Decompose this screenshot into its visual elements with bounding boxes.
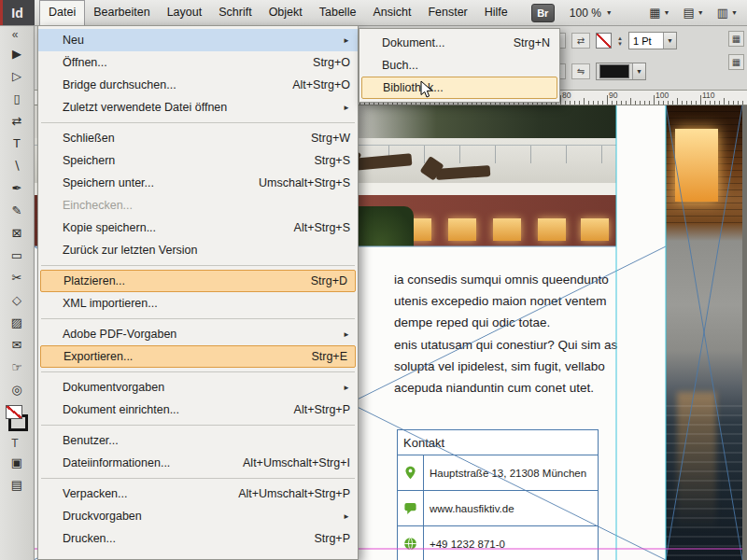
formatting-text-icon[interactable]: T — [3, 436, 27, 451]
selection-tool[interactable]: ▶ — [5, 42, 29, 64]
file-menu-item-zurück-zur-letzten-version[interactable]: Zurück zur letzten Version — [38, 239, 358, 261]
chevron-down-icon: ▼ — [731, 9, 738, 16]
chevron-down-icon: ▼ — [632, 63, 645, 79]
note-tool[interactable]: ✉ — [5, 333, 29, 356]
file-menu-item-schließen[interactable]: SchließenStrg+W — [38, 127, 358, 149]
fill-stroke-swatches[interactable] — [5, 404, 29, 432]
menu-item-shortcut: Strg+W — [287, 132, 350, 145]
mouse-cursor — [420, 80, 433, 103]
bridge-button[interactable]: Br — [531, 4, 555, 22]
menu-ansicht[interactable]: Ansicht — [364, 0, 419, 25]
formatting-container-icon[interactable]: ▣ — [5, 451, 29, 473]
file-menu-item-kopie-speichern[interactable]: Kopie speichern...Alt+Strg+S — [38, 217, 358, 239]
file-menu-item-exportieren[interactable]: Exportieren...Strg+E — [40, 345, 356, 368]
file-menu-item-dateiinformationen[interactable]: Dateiinformationen...Alt+Umschalt+Strg+I — [38, 452, 358, 474]
neu-submenu-item-dokument[interactable]: Dokument...Strg+N — [359, 32, 559, 54]
neu-submenu-item-buch[interactable]: Buch... — [359, 54, 559, 77]
collapse-panels-icon[interactable]: « — [3, 27, 27, 42]
menu-datei[interactable]: Datei — [39, 0, 85, 26]
ruler-number: 90 — [609, 91, 617, 100]
type-tool[interactable]: T — [5, 132, 29, 154]
pencil-tool[interactable]: ✎ — [5, 199, 29, 221]
view-mode-icon[interactable]: ▤ — [5, 473, 29, 496]
menu-item-shortcut: Strg+N — [514, 36, 550, 49]
view-options-button[interactable]: ▦▼ — [649, 6, 669, 20]
menu-separator — [41, 425, 355, 426]
menu-tabelle[interactable]: Tabelle — [311, 0, 365, 25]
menu-bearbeiten[interactable]: Bearbeiten — [85, 0, 158, 25]
rectangle-frame-tool[interactable]: ⊠ — [5, 221, 29, 244]
menu-item-label: Speichern — [63, 154, 115, 167]
gap-tool[interactable]: ⇄ — [5, 109, 29, 132]
rotate-icon[interactable]: ⇋ — [571, 63, 590, 79]
file-menu-item-dokumentvorgaben[interactable]: Dokumentvorgaben► — [38, 376, 358, 399]
file-menu-item-xml-importieren[interactable]: XML importieren... — [38, 292, 358, 315]
line-tool[interactable]: ∖ — [5, 154, 29, 176]
stroke-weight-dropdown[interactable]: 1 Pt ▼ — [628, 32, 677, 49]
menu-item-label: Exportieren... — [63, 350, 133, 363]
chevron-down-icon: ▼ — [606, 9, 613, 16]
text-line: utenis excepedio maion nonet ventem — [394, 290, 609, 312]
stroke-weight-stepper[interactable]: ▲▼ — [617, 35, 623, 47]
file-menu-item-benutzer[interactable]: Benutzer... — [38, 429, 358, 452]
stroke-weight-value: 1 Pt — [629, 35, 663, 47]
contact-table-cell: www.hausfiktiv.de — [424, 491, 598, 525]
zoom-tool[interactable]: ◎ — [5, 378, 29, 400]
menu-schrift[interactable]: Schrift — [210, 0, 260, 25]
file-menu-item-platzieren[interactable]: Platzieren...Strg+D — [40, 270, 356, 292]
photo-lit-window — [538, 218, 566, 241]
dock-panel-icon[interactable]: ▦ — [728, 31, 744, 47]
menu-hilfe[interactable]: Hilfe — [476, 0, 516, 25]
appbar-right-controls: ▦▼ ▤▼ ▥▼ — [649, 6, 747, 20]
menu-item-label: Platzieren... — [63, 274, 125, 287]
menu-fenster[interactable]: Fenster — [419, 0, 475, 25]
scissors-tool[interactable]: ✂ — [5, 266, 29, 288]
fill-swatch[interactable] — [6, 405, 22, 419]
text-line: solupta vel ipidelest, sim fugit, vellab… — [394, 356, 617, 377]
hand-tool[interactable]: ☞ — [5, 356, 29, 378]
menu-item-shortcut: Strg+E — [287, 350, 347, 363]
file-menu-item-adobe-pdf-vorgaben[interactable]: Adobe PDF-Vorgaben► — [38, 323, 358, 345]
menu-layout[interactable]: Layout — [159, 0, 211, 25]
arrange-documents-icon: ▥ — [717, 6, 728, 20]
dock-panel-icon[interactable]: ▦ — [728, 54, 744, 70]
page-tool[interactable]: ▯ — [5, 87, 29, 109]
indesign-logo: Id — [0, 0, 35, 25]
menu-item-label: Schließen — [63, 132, 115, 145]
file-menu-item-druckvorgaben[interactable]: Druckvorgaben► — [38, 505, 358, 527]
menu-objekt[interactable]: Objekt — [261, 0, 311, 25]
pen-tool[interactable]: ✒ — [5, 176, 29, 199]
menu-item-shortcut: Alt+Strg+P — [270, 403, 350, 416]
application-bar: Id DateiBearbeitenLayoutSchriftObjektTab… — [0, 0, 747, 26]
align-icon[interactable]: ⇄ — [571, 33, 590, 49]
file-menu-item-öffnen[interactable]: Öffnen...Strg+O — [38, 51, 358, 74]
arrange-documents-button[interactable]: ▥▼ — [717, 6, 738, 20]
none-color-swatch[interactable] — [596, 33, 612, 49]
free-transform-tool[interactable]: ◇ — [5, 288, 29, 311]
file-menu-item-verpacken[interactable]: Verpacken...Alt+Umschalt+Strg+P — [38, 483, 358, 505]
tools-panel: «▶▷▯⇄T∖✒✎⊠▭✂◇▨✉☞◎ T▣▤ — [0, 25, 35, 560]
stroke-type-dropdown[interactable]: ▼ — [596, 63, 646, 80]
globe-icon — [398, 526, 424, 560]
rectangle-tool[interactable]: ▭ — [5, 244, 29, 266]
contact-table-row: www.hausfiktiv.de — [398, 491, 598, 526]
file-menu-item-speichern[interactable]: SpeichernStrg+S — [38, 149, 358, 172]
menu-item-label: Dokument einrichten... — [63, 403, 179, 416]
file-menu-item-neu[interactable]: Neu► — [38, 29, 358, 51]
chevron-down-icon: ▼ — [664, 9, 670, 16]
file-menu-item-bridge-durchsuchen[interactable]: Bridge durchsuchen...Alt+Strg+O — [38, 74, 358, 96]
text-line: enis utatusam qui conestiur? Qui sim as — [394, 334, 617, 356]
menu-separator — [41, 318, 355, 319]
zoom-level-dropdown[interactable]: 100 % ▼ — [570, 7, 613, 20]
screen-mode-button[interactable]: ▤▼ — [684, 6, 704, 20]
file-menu-item-dokument-einrichten[interactable]: Dokument einrichten...Alt+Strg+P — [38, 399, 358, 421]
gradient-swatch-tool[interactable]: ▨ — [5, 311, 29, 333]
menu-item-shortcut: Strg+S — [289, 154, 350, 167]
photo-lit-window — [581, 218, 609, 241]
file-menu-item-drucken[interactable]: Drucken...Strg+P — [38, 527, 358, 550]
file-menu-item-speichern-unter[interactable]: Speichern unter...Umschalt+Strg+S — [38, 172, 358, 194]
direct-selection-tool[interactable]: ▷ — [5, 64, 29, 87]
neu-submenu-item-bibliothek[interactable]: Bibliothek... — [361, 77, 557, 99]
file-menu-item-zuletzt-verwendete-datei-öffnen[interactable]: Zuletzt verwendete Datei öffnen► — [38, 96, 358, 119]
text-line: acepuda nianduntin cum conet utet. — [394, 377, 617, 399]
